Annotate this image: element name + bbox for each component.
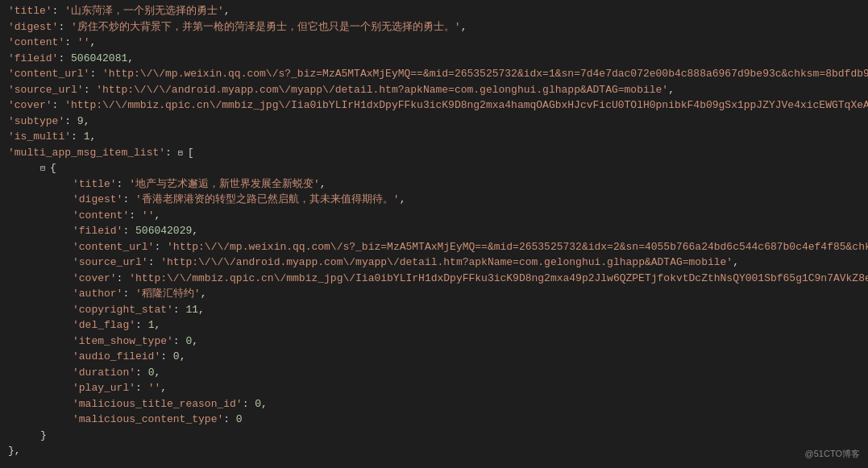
code-line: 'duration': 0, [6,365,862,381]
json-string-value: 'http:\/\/mp.weixin.qq.com\/s?_biz=MzA5M… [167,241,868,253]
code-line: 'cover': 'http:\/\/mmbiz.qpic.cn\/mmbiz_… [6,271,862,287]
code-line: 'fileid': 506042029, [6,223,862,239]
code-line: 'del_flag': 1, [6,317,862,333]
json-key: 'multi_app_msg_item_list' [8,147,165,159]
json-colon: : [129,209,142,222]
json-key: 'content' [8,36,64,48]
json-colon: : [135,319,148,331]
json-string-value: 'http:\/\/mp.weixin.qq.com\/s?_biz=MzA5M… [102,68,868,80]
code-line: 'multi_app_msg_item_list': ⊟[ [6,145,862,161]
code-line: ⊟{ [6,160,862,176]
json-string-value: '地产与艺术邂逅，新世界发展全新蜕变' [129,178,320,190]
json-colon: : [173,335,186,347]
json-colon: : [135,382,148,394]
json-number-value: 0 [173,350,180,362]
code-line: 'play_url': '', [6,380,862,396]
json-string-value: '香港老牌港资的转型之路已然启航，其未来值得期待。' [135,193,400,205]
json-comma: , [160,382,167,394]
json-comma: , [127,52,134,64]
json-key: 'duration' [73,367,135,379]
json-key: 'content_url' [8,68,89,80]
code-line: 'digest': '房住不炒的大背景下，并第一枪的菏泽是勇士，但它也只是一个别… [6,19,862,35]
json-comma: , [261,398,268,410]
code-line: 'content': '', [6,208,862,224]
code-line: 'malicious_content_type': 0 [6,412,862,428]
code-viewer: 'title': '山东菏泽，一个别无选择的勇士','digest': '房住不… [0,0,868,468]
code-line: 'copyright_stat': 11, [6,302,862,318]
json-key: 'title' [8,5,52,17]
code-line: 'source_url': 'http:\/\/\/android.myapp.… [6,82,862,98]
json-number-value: 9 [77,115,84,127]
json-comma: , [224,5,230,17]
json-comma: , [400,193,406,205]
code-line: 'cover': 'http:\/\/mmbiz.qpic.cn\/mmbiz_… [6,97,862,114]
json-key: 'digest' [8,21,58,33]
json-string-value: '' [77,36,90,48]
json-key: 'audio_fileid' [73,350,160,362]
json-comma: , [154,209,160,222]
json-comma: , [154,367,160,379]
json-colon: : [160,350,173,362]
code-line: 'item_show_type': 0, [6,333,862,350]
code-line: 'malicious_title_reason_id': 0, [6,396,862,412]
json-comma: , [668,84,675,96]
json-colon: : [173,304,186,316]
json-key: 'title' [73,178,117,190]
json-string-value: 'http:\/\/\/android.myapp.com\/myapp\/de… [160,256,733,268]
code-line: }, [6,443,862,459]
json-colon: : [123,225,135,237]
json-colon: : [89,68,102,80]
json-string-value: '稻隆汇特约' [135,288,201,300]
json-key: 'is_multi' [8,130,71,143]
json-string-value: 'http:\/\/mmbiz.qpic.cn\/mmbiz_jpg\/Iia0… [64,99,868,111]
json-colon: : [64,115,77,127]
json-key: 'source_url' [8,84,84,96]
json-colon: : [117,272,130,284]
code-line: 'is_multi': 1, [6,129,862,145]
json-colon: : [52,99,65,111]
json-comma: , [192,335,198,347]
code-line: 'content_url': 'http:\/\/mp.weixin.qq.co… [6,239,862,255]
json-colon: : [135,367,148,379]
json-number-value: 11 [185,304,198,316]
json-comma: , [154,319,160,331]
json-number-value: 0 [255,398,261,410]
code-line: 'audio_fileid': 0, [6,349,862,365]
json-comma: , [733,256,739,268]
json-number-value: 0 [236,413,243,425]
json-number-value: 506042029 [135,225,192,237]
json-key: 'item_show_type' [73,335,173,347]
json-number-value: 506042081 [71,52,127,64]
json-colon: : [154,241,167,253]
json-comma: , [84,115,90,127]
json-bracket: [ [188,147,194,159]
code-line: } [6,428,862,444]
json-colon: : [123,193,135,205]
json-comma: , [180,350,186,362]
watermark-text: @51CTO博客 [805,448,860,460]
json-comma: , [461,21,467,33]
json-key: 'subtype' [8,115,64,127]
json-string-value: '房住不炒的大背景下，并第一枪的菏泽是勇士，但它也只是一个别无选择的勇士。' [71,21,461,33]
json-string-value: 'http:\/\/mmbiz.qpic.cn\/mmbiz_jpg\/Iia0… [129,272,868,284]
code-line: 'subtype': 9, [6,114,862,130]
json-key: 'play_url' [73,382,135,394]
json-key: 'malicious_content_type' [73,413,223,425]
json-string-value: '' [142,209,155,222]
json-comma: , [201,288,207,300]
json-key: 'cover' [73,272,117,284]
json-key: 'digest' [73,193,123,205]
collapse-icon[interactable]: ⊟ [40,163,50,175]
collapse-icon[interactable]: ⊟ [178,147,188,159]
code-line: 'source_url': 'http:\/\/\/android.myapp.… [6,255,862,271]
json-key: 'del_flag' [73,319,135,331]
json-key: 'fileid' [73,225,123,237]
json-colon: : [58,52,71,64]
code-line: 'author': '稻隆汇特约', [6,286,862,302]
json-key: 'author' [73,288,123,300]
json-colon: : [148,256,161,268]
json-comma: , [320,178,326,190]
json-string-value: 'http:\/\/\/android.myapp.com\/myapp\/de… [96,84,668,96]
json-colon: : [165,147,178,159]
json-colon: : [243,398,255,410]
